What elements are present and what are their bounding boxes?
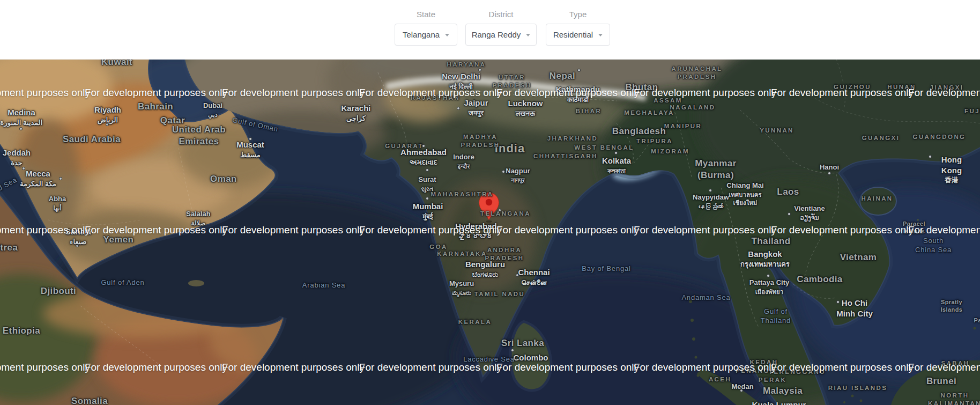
chevron-down-icon: [598, 34, 603, 36]
city-dot: [249, 137, 252, 141]
city-dot: [498, 209, 501, 212]
city-dot: [59, 177, 62, 180]
type-dropdown[interactable]: Residential: [546, 24, 610, 46]
city-dot: [426, 197, 429, 200]
type-label: Type: [546, 10, 610, 19]
city-dot: [22, 167, 25, 170]
city-dot: [709, 189, 712, 192]
city-dot: [516, 274, 519, 277]
city-dot: [577, 69, 581, 72]
city-dot: [929, 155, 932, 158]
filter-bar: State Telangana District Ranga Reddy Typ…: [0, 0, 980, 60]
city-dot: [788, 212, 791, 216]
city-dot: [19, 127, 23, 130]
filter-group-district: District Ranga Reddy: [465, 10, 537, 46]
city-dot: [484, 274, 487, 277]
chevron-down-icon: [445, 34, 449, 36]
city-dot: [502, 170, 505, 173]
chevron-down-icon: [526, 34, 530, 36]
district-label: District: [465, 10, 537, 19]
city-dot: [828, 172, 831, 175]
filter-group-state: State Telangana: [395, 10, 457, 46]
city-dot: [740, 389, 743, 392]
city-dot: [836, 300, 840, 304]
state-label: State: [395, 10, 457, 19]
map-canvas[interactable]: KuwaitBahrainQatarUnited Arab EmiratesOm…: [0, 59, 980, 405]
city-dot: [106, 123, 109, 126]
filter-group-type: Type Residential: [546, 10, 610, 46]
type-dropdown-value: Residential: [553, 30, 593, 39]
city-dot: [762, 264, 766, 268]
city-dot: [76, 244, 79, 247]
city-dot: [743, 202, 746, 205]
city-dot: [614, 151, 618, 154]
state-dropdown-value: Telangana: [403, 30, 440, 39]
city-dot: [478, 68, 481, 71]
district-dropdown-value: Ranga Reddy: [472, 30, 521, 39]
satellite-map-art: [0, 59, 980, 405]
district-dropdown[interactable]: Ranga Reddy: [465, 24, 537, 46]
city-dot: [457, 107, 460, 110]
city-dot: [426, 168, 429, 172]
city-dot: [472, 283, 475, 286]
state-dropdown[interactable]: Telangana: [395, 24, 457, 46]
city-dot: [422, 144, 425, 148]
city-dot: [511, 349, 514, 352]
city-dot: [767, 274, 770, 277]
